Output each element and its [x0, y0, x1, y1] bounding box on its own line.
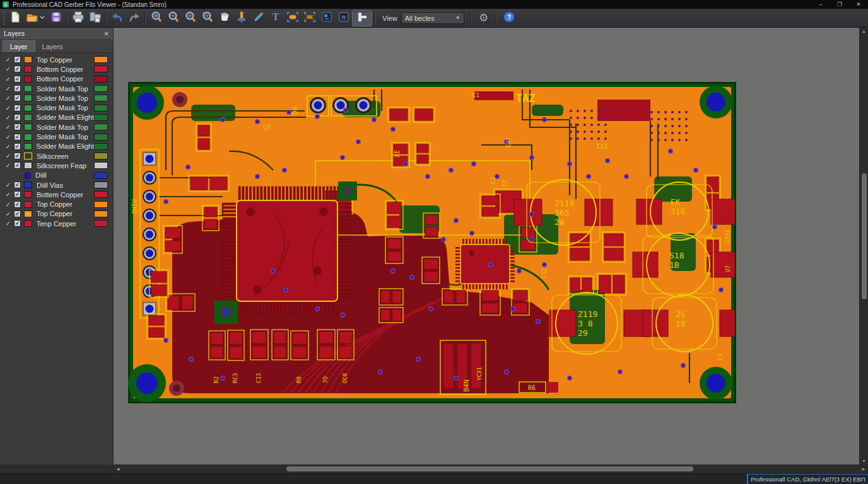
layer-color-swatch[interactable] — [24, 162, 32, 169]
horizontal-scroll-track[interactable] — [122, 464, 859, 473]
pan-button[interactable] — [216, 10, 233, 26]
layer-render-color-swatch[interactable] — [94, 153, 108, 159]
help-button[interactable]: ? — [499, 10, 519, 26]
open-file-button[interactable] — [23, 10, 47, 26]
layer-render-color-swatch[interactable] — [94, 105, 108, 112]
layer-row[interactable]: ✓✔Silkscreen Feap — [0, 161, 113, 170]
layer-row[interactable]: ✓✔Silkscreen — [0, 151, 113, 161]
board-reference-button[interactable]: R — [335, 10, 352, 26]
layer-row[interactable]: ✓✔Bottom Copper — [0, 64, 113, 74]
layer-checkbox[interactable]: ✔ — [14, 95, 21, 101]
layer-color-swatch[interactable] — [24, 114, 32, 121]
layer-visible-check[interactable]: ✓ — [4, 105, 13, 112]
layer-row[interactable]: ✓✔Solder Mask Top — [0, 103, 113, 112]
layer-row[interactable]: ✓✔Top Copper — [0, 55, 113, 64]
zoom-region-button[interactable] — [148, 10, 165, 26]
text-tool-button[interactable]: T — [267, 10, 284, 26]
layer-row[interactable]: ✓✔Top Copper — [0, 199, 113, 209]
layer-color-swatch[interactable] — [24, 153, 32, 159]
layer-row[interactable]: ✓✔Bottom Copper — [0, 74, 113, 84]
zoom-fit-button[interactable] — [199, 10, 216, 26]
save-button[interactable] — [47, 10, 64, 26]
layer-visible-check[interactable]: ✓ — [4, 191, 13, 198]
layer-row[interactable]: ✓✔Solder Mask Top — [0, 132, 113, 141]
close-button[interactable]: ✕ — [849, 1, 868, 8]
vertical-scrollbar[interactable]: ▲ ▼ — [859, 28, 868, 464]
layer-render-color-swatch[interactable] — [94, 114, 108, 121]
pcb-canvas[interactable]: 21193652WEK31ES181BZ1193 8292S18TAZD6UTO… — [114, 28, 859, 464]
layer-color-swatch[interactable] — [24, 66, 32, 72]
layer-checkbox[interactable]: ✔ — [14, 162, 21, 169]
layer-color-swatch[interactable] — [24, 56, 32, 63]
layer-visible-check[interactable]: ✓ — [4, 220, 13, 227]
layer-render-color-swatch[interactable] — [94, 66, 108, 72]
layer-color-swatch[interactable] — [24, 143, 32, 150]
layer-row[interactable]: ✓✔Tenp Cepper — [0, 219, 113, 228]
layers-panel-toggle-button[interactable] — [352, 10, 372, 26]
scroll-down-icon[interactable]: ▼ — [860, 459, 868, 463]
probe-button[interactable] — [233, 10, 250, 26]
layer-row[interactable]: ✓✔Solder Mask Top — [0, 122, 113, 132]
layer-visible-check[interactable]: ✓ — [4, 124, 13, 130]
pencil-button[interactable] — [250, 10, 267, 26]
layer-color-swatch[interactable] — [24, 85, 32, 92]
layer-render-color-swatch[interactable] — [94, 201, 108, 208]
layer-color-swatch[interactable] — [24, 220, 32, 227]
select-component-button[interactable] — [284, 10, 301, 26]
layer-checkbox[interactable]: ✔ — [14, 56, 21, 63]
layer-checkbox[interactable]: ✔ — [14, 182, 21, 188]
layer-color-swatch[interactable] — [24, 210, 32, 217]
layer-visible-check[interactable]: ✓ — [4, 153, 13, 159]
layer-checkbox[interactable]: ✔ — [14, 143, 21, 150]
print-preview-button[interactable] — [86, 10, 103, 26]
layer-checkbox[interactable]: ✔ — [14, 124, 21, 130]
layer-visible-check[interactable]: ✓ — [4, 66, 13, 72]
layer-row[interactable]: ✓✔Diill Vias — [0, 180, 113, 190]
layer-checkbox[interactable]: ✔ — [14, 153, 21, 159]
layer-render-color-swatch[interactable] — [94, 220, 108, 227]
layer-row[interactable]: ✓✔Bottem Copper — [0, 190, 113, 199]
layer-row[interactable]: ✓✔Solder Mask Elight — [0, 113, 113, 122]
layer-checkbox[interactable]: ✔ — [14, 191, 21, 198]
layer-color-swatch[interactable] — [24, 201, 32, 208]
horizontal-scroll-thumb[interactable] — [286, 466, 693, 471]
layer-visible-check[interactable]: ✓ — [4, 162, 13, 169]
layer-row[interactable]: ✓✔Solder Mask Top — [0, 93, 113, 103]
layer-color-swatch[interactable] — [24, 191, 32, 198]
layer-color-swatch[interactable] — [24, 105, 32, 112]
layer-row[interactable]: ✓✔Top Cepper — [0, 209, 113, 219]
layer-color-swatch[interactable] — [24, 134, 32, 141]
layer-checkbox[interactable]: ✔ — [14, 76, 21, 83]
layer-color-swatch[interactable] — [24, 124, 32, 130]
print-button[interactable] — [69, 10, 86, 26]
undo-button[interactable] — [108, 10, 126, 26]
layer-visible-check[interactable]: ✓ — [4, 210, 13, 217]
layer-visible-check[interactable]: ✓ — [4, 182, 13, 188]
tab-layer[interactable]: Layer — [3, 40, 35, 52]
layer-checkbox[interactable]: ✔ — [14, 210, 21, 217]
horizontal-scrollbar[interactable]: ◄ ► — [0, 464, 868, 473]
layer-render-color-swatch[interactable] — [94, 76, 108, 83]
layer-visible-check[interactable]: ✓ — [4, 56, 13, 63]
layer-render-color-swatch[interactable] — [94, 210, 108, 217]
tab-layers[interactable]: Layers — [35, 41, 70, 52]
layer-visible-check[interactable]: ✓ — [4, 85, 13, 92]
redo-button[interactable] — [126, 10, 143, 26]
scroll-left-icon[interactable]: ◄ — [114, 464, 122, 473]
layer-visible-check[interactable]: ✓ — [4, 143, 13, 150]
layer-row[interactable]: ✓✔Solder Mask Top — [0, 84, 113, 93]
layer-row[interactable]: Diill — [0, 171, 113, 180]
pcb-board[interactable]: 21193652WEK31ES181BZ1193 8292S18TAZD6UTO… — [128, 82, 736, 403]
layer-render-color-swatch[interactable] — [94, 85, 108, 92]
layer-checkbox[interactable]: ✔ — [14, 66, 21, 72]
restore-button[interactable]: ❐ — [830, 1, 849, 8]
settings-button[interactable]: ⚙ — [474, 10, 494, 26]
layer-visible-check[interactable]: ✓ — [4, 201, 13, 208]
layer-render-color-swatch[interactable] — [94, 191, 108, 198]
layer-render-color-swatch[interactable] — [94, 56, 108, 63]
layer-render-color-swatch[interactable] — [94, 95, 108, 101]
close-icon[interactable]: ✕ — [104, 30, 109, 37]
toolbar-grip[interactable] — [3, 11, 5, 26]
layer-checkbox[interactable]: ✔ — [14, 201, 21, 208]
layer-render-color-swatch[interactable] — [94, 162, 108, 169]
